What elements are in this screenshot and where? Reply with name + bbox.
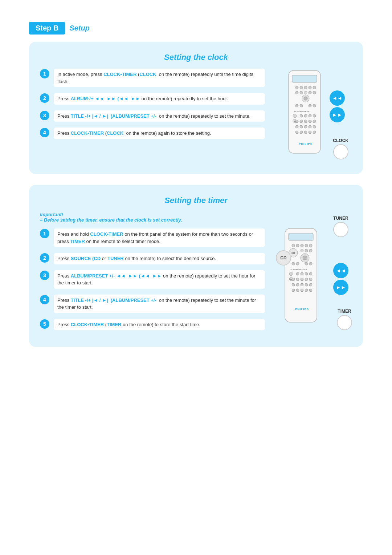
svg-point-15: [300, 104, 303, 107]
clock-step-1: 1 In active mode, press CLOCK•TIMER (CLO…: [40, 69, 265, 87]
svg-point-39: [304, 131, 307, 134]
timer-step-text-3: Press ALBUM/PRESET +/- ◄◄ ►► (◄◄ ►► on t…: [54, 270, 265, 289]
svg-point-7: [295, 91, 298, 94]
svg-point-80: [292, 289, 295, 292]
timer-remote-wrapper: TUNER: [276, 216, 348, 332]
svg-point-49: [309, 244, 312, 247]
svg-point-24: [304, 114, 307, 117]
timer-section-title: Setting the timer: [40, 196, 352, 205]
svg-point-48: [305, 244, 308, 247]
bold-title-t4: TITLE -/+ |◄ / ►| (ALBUM/PRESET +/-: [71, 297, 156, 303]
timer-remote-area: TUNER: [272, 212, 352, 336]
timer-forward-btn: ►►: [333, 280, 348, 295]
timer-btn-callout: TIMER: [337, 309, 352, 330]
svg-point-9: [304, 91, 307, 94]
timer-callout-label: TIMER: [338, 309, 351, 314]
svg-point-14: [295, 104, 298, 107]
svg-point-16: [309, 104, 311, 107]
svg-point-3: [300, 86, 303, 89]
clock-step-num-3: 3: [40, 111, 49, 120]
bold-clock-timer-t1: CLOCK•TIMER: [90, 231, 123, 237]
svg-point-40: [309, 131, 311, 134]
page-container: Step B Setup Setting the clock 1 In acti…: [0, 0, 392, 555]
clock-step-text-4: Press CLOCK•TIMER (CLOCK on the remote) …: [54, 127, 265, 139]
clock-section-content: 1 In active mode, press CLOCK•TIMER (CLO…: [40, 69, 352, 163]
svg-point-26: [313, 114, 316, 117]
svg-point-11: [313, 91, 316, 94]
svg-point-54: [309, 249, 312, 252]
rewind-btn: ◄◄: [330, 90, 345, 106]
clock-step-text-3: Press TITLE -/+ |◄ / ►| (ALBUM/PRESET +/…: [54, 110, 265, 122]
timer-step-text-5: Press CLOCK•TIMER (TIMER on the remote) …: [54, 319, 265, 331]
svg-text:ALBUM/PRESET: ALBUM/PRESET: [294, 110, 311, 113]
clock-remote-svg: ALBUM/PRESET + –: [287, 69, 325, 156]
svg-point-83: [305, 289, 308, 292]
bold-album-2: ALBUM-/+ ◄◄ ►► (◄◄ ►►: [71, 96, 140, 101]
timer-step-num-2: 2: [40, 253, 49, 263]
svg-point-34: [304, 125, 307, 128]
svg-point-74: [309, 278, 312, 281]
clock-step-4: 4 Press CLOCK•TIMER (CLOCK on the remote…: [40, 127, 265, 139]
svg-point-2: [295, 86, 298, 89]
svg-point-36: [313, 125, 316, 128]
timer-arrow-callout: ◄◄ ►►: [333, 263, 348, 295]
svg-point-67: [301, 272, 303, 275]
timer-step-5: 5 Press CLOCK•TIMER (TIMER on the remote…: [40, 319, 265, 331]
clock-circle-btn: [333, 144, 348, 159]
svg-rect-1: [292, 75, 317, 82]
svg-point-56: [303, 256, 307, 260]
timer-step-text-1: Press and hold CLOCK•TIMER on the front …: [54, 228, 265, 247]
svg-point-77: [301, 283, 303, 286]
svg-point-23: [300, 114, 303, 117]
timer-step-text-4: Press TITLE -/+ |◄ / ►| (ALBUM/PRESET +/…: [54, 295, 265, 313]
svg-point-35: [309, 125, 311, 128]
svg-point-8: [300, 91, 303, 94]
svg-text:CD: CD: [291, 252, 295, 254]
clock-btn-callout: CLOCK: [333, 138, 348, 159]
bold-clock-1: CLOCK: [139, 72, 156, 77]
svg-text:PHILIPS: PHILIPS: [295, 308, 309, 311]
svg-point-5: [309, 86, 311, 89]
svg-point-82: [301, 289, 303, 292]
timer-step-4: 4 Press TITLE -/+ |◄ / ►| (ALBUM/PRESET …: [40, 295, 265, 313]
timer-section-content: Important! – Before setting the timer, e…: [40, 212, 352, 336]
svg-text:ALBUM/PRESET: ALBUM/PRESET: [290, 268, 307, 271]
svg-point-31: [313, 120, 316, 123]
svg-point-13: [304, 97, 307, 100]
svg-point-29: [304, 120, 307, 123]
tuner-label: TUNER: [333, 216, 348, 221]
svg-point-73: [305, 278, 308, 281]
timer-circle-btn: [337, 315, 352, 330]
svg-point-57: [292, 262, 295, 265]
clock-remote-wrapper: ALBUM/PRESET + –: [279, 69, 345, 163]
svg-point-6: [313, 86, 316, 89]
timer-step-num-5: 5: [40, 319, 49, 329]
svg-point-28: [300, 120, 303, 123]
svg-point-78: [305, 283, 308, 286]
tuner-circle-btn: [333, 222, 348, 237]
clock-steps-area: 1 In active mode, press CLOCK•TIMER (CLO…: [40, 69, 265, 163]
svg-point-47: [301, 244, 303, 247]
bold-timer-t5: TIMER: [107, 322, 121, 327]
cd-btn: CD: [276, 250, 291, 266]
bold-source-t2: SOURCE (CD: [71, 256, 101, 261]
bold-clock-timer-1: CLOCK•TIMER: [103, 72, 136, 77]
clock-step-text-1: In active mode, press CLOCK•TIMER (CLOCK…: [54, 69, 265, 87]
svg-point-41: [313, 131, 316, 134]
svg-text:PHILIPS: PHILIPS: [299, 142, 313, 146]
svg-point-37: [295, 131, 298, 134]
svg-point-27: [295, 120, 298, 123]
svg-text:–: –: [290, 278, 292, 280]
clock-section-title: Setting the clock: [40, 53, 352, 62]
svg-point-76: [296, 283, 299, 286]
svg-point-46: [296, 244, 299, 247]
timer-step-num-4: 4: [40, 295, 49, 304]
step-badge: Step B: [29, 22, 65, 35]
svg-point-71: [296, 278, 299, 281]
forward-btn: ►►: [330, 107, 345, 122]
svg-text:–: –: [294, 120, 295, 122]
step-header: Step B Setup: [29, 22, 363, 35]
svg-point-79: [309, 283, 312, 286]
svg-rect-44: [289, 233, 313, 240]
svg-point-45: [292, 244, 295, 247]
